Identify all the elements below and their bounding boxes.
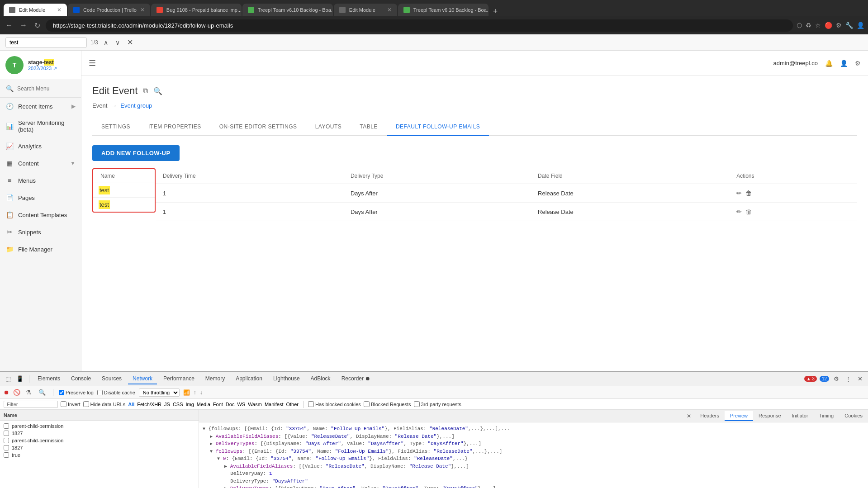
list-item[interactable]: parent-child-permission: [4, 422, 195, 430]
breadcrumb-event-group[interactable]: Event group: [120, 102, 152, 109]
search-page-icon[interactable]: 🔍: [153, 87, 162, 95]
tab-trello[interactable]: Code Production | Trello ✕: [68, 4, 150, 16]
third-party-checkbox[interactable]: 3rd-party requests: [414, 401, 461, 407]
devtools-tab-recorder[interactable]: Recorder ⏺: [337, 374, 375, 384]
tab-edit2[interactable]: Edit Module ✕: [334, 4, 397, 16]
find-input[interactable]: [5, 37, 87, 48]
json-line-4[interactable]: ▼ followUps: [{Email: {Id: "33754", Name…: [210, 448, 864, 455]
tab-close-trello[interactable]: ✕: [140, 7, 145, 13]
devtools-tab-console[interactable]: Console: [66, 374, 95, 384]
devtools-tab-adblock[interactable]: AdBlock: [306, 374, 335, 384]
extension-icon-2[interactable]: ♻: [806, 22, 811, 29]
find-close-button[interactable]: ✕: [127, 38, 133, 47]
disable-cache-checkbox[interactable]: Disable cache: [97, 390, 135, 395]
filter-icon[interactable]: ⚗: [24, 388, 33, 397]
sidebar-item-snippets[interactable]: ✂ Snippets: [0, 223, 81, 241]
filter-media[interactable]: Media: [197, 402, 210, 407]
sidebar-item-pages[interactable]: 📄 Pages: [0, 189, 81, 206]
sidebar-item-menus[interactable]: ≡ Menus: [0, 172, 81, 189]
tab-item-properties[interactable]: ITEM PROPERTIES: [139, 118, 210, 136]
tab-edit-module-active[interactable]: Edit Module ✕: [4, 4, 67, 16]
tab-onsite-editor[interactable]: ON-SITE EDITOR SETTINGS: [210, 118, 306, 136]
list-item[interactable]: true: [4, 451, 195, 459]
devtools-tab-lighthouse[interactable]: Lighthouse: [269, 374, 304, 384]
filter-wasm[interactable]: Wasm: [248, 402, 262, 407]
invert-checkbox[interactable]: Invert: [61, 401, 81, 407]
tab-table[interactable]: TABLE: [351, 118, 387, 136]
extension-icon-4[interactable]: ⚙: [836, 22, 842, 29]
devtools-right-tab-headers[interactable]: Headers: [695, 411, 725, 421]
reload-button[interactable]: ↻: [33, 19, 42, 32]
upload-icon[interactable]: ↑: [194, 389, 196, 396]
filter-all[interactable]: All: [128, 402, 134, 407]
filter-doc[interactable]: Doc: [226, 402, 235, 407]
delete-icon-2[interactable]: 🗑: [745, 208, 752, 215]
devtools-tab-memory[interactable]: Memory: [201, 374, 229, 384]
json-line-5[interactable]: ▼ 0: {Email: {Id: "33754", Name: "Follow…: [217, 455, 864, 463]
extension-icon-3[interactable]: 🔴: [825, 22, 832, 29]
devtools-tab-application[interactable]: Application: [231, 374, 267, 384]
tab-layouts[interactable]: LAYOUTS: [306, 118, 351, 136]
list-item-checkbox-1[interactable]: [4, 423, 9, 429]
forward-button[interactable]: →: [18, 19, 29, 31]
tab-close-edit2[interactable]: ✕: [387, 7, 392, 13]
throttle-select[interactable]: No throttling Slow 3G Fast 3G: [139, 389, 180, 397]
devtools-settings-icon[interactable]: ⚙: [832, 374, 841, 383]
tab-treepl2[interactable]: Treepl Team v6.10 Backlog - Boa... ✕: [398, 4, 489, 16]
json-line-1[interactable]: ▼ {followUps: [{Email: {Id: "33754", Nam…: [203, 425, 864, 433]
devtools-close-icon[interactable]: ✕: [856, 374, 864, 383]
devtools-tab-elements[interactable]: Elements: [33, 374, 65, 384]
search-network-icon[interactable]: 🔍: [37, 388, 47, 397]
json-line-6[interactable]: ▶ AvailableFieldAliases: [{Value: "Relea…: [224, 463, 864, 470]
sidebar-item-analytics[interactable]: 📈 Analytics: [0, 137, 81, 155]
star-icon[interactable]: ☆: [815, 22, 821, 29]
notifications-icon[interactable]: 🔔: [825, 60, 833, 67]
settings-header-icon[interactable]: ⚙: [855, 60, 861, 67]
extension-icon-1[interactable]: ⬡: [797, 22, 802, 29]
filter-other[interactable]: Other: [286, 402, 299, 407]
edit-icon-2[interactable]: ✏: [736, 208, 742, 215]
sidebar-item-content[interactable]: ▦ Content ▼: [0, 155, 81, 172]
devtools-inspect-icon[interactable]: ⬚: [4, 374, 13, 383]
filter-fetch-xhr[interactable]: Fetch/XHR: [137, 402, 161, 407]
list-item[interactable]: 1827: [4, 430, 195, 437]
filter-input[interactable]: [4, 401, 58, 408]
filter-manifest[interactable]: Manifest: [265, 402, 284, 407]
copy-icon[interactable]: ⧉: [143, 87, 148, 95]
wifi-icon[interactable]: 📶: [183, 389, 190, 396]
json-line-3[interactable]: ▶ DeliveryTypes: [{DisplayName: "Days Af…: [210, 440, 864, 448]
blocked-requests-checkbox[interactable]: Blocked Requests: [364, 401, 411, 407]
filter-js[interactable]: JS: [164, 402, 170, 407]
devtools-right-tab-timing[interactable]: Timing: [814, 411, 840, 421]
json-line-9[interactable]: ▶ DeliveryTypes: [{DisplayName: "Days Af…: [224, 485, 864, 488]
devtools-tab-network[interactable]: Network: [128, 374, 157, 384]
sidebar-item-content-templates[interactable]: 📋 Content Templates: [0, 206, 81, 223]
filter-font[interactable]: Font: [213, 402, 223, 407]
list-item-checkbox-4[interactable]: [4, 445, 9, 450]
list-item[interactable]: parent-child-permission: [4, 437, 195, 444]
sidebar-item-search-menu[interactable]: 🔍 Search Menu: [0, 80, 81, 98]
devtools-right-tab-preview[interactable]: Preview: [725, 411, 753, 421]
devtools-right-tab-initiator[interactable]: Initiator: [787, 411, 814, 421]
tab-default-followup[interactable]: DEFAULT FOLLOW-UP EMAILS: [387, 118, 489, 136]
devtools-tab-sources[interactable]: Sources: [97, 374, 126, 384]
filter-img[interactable]: Img: [186, 402, 194, 407]
profile-header-icon[interactable]: 👤: [840, 60, 848, 67]
sidebar-item-file-manager[interactable]: 📁 File Manager: [0, 241, 81, 258]
tab-gmail[interactable]: Bug 9108 - Prepaid balance imp... ✕: [151, 4, 242, 16]
tab-close-active[interactable]: ✕: [57, 7, 62, 13]
download-icon[interactable]: ↓: [200, 389, 203, 396]
back-button[interactable]: ←: [4, 19, 14, 31]
hamburger-button[interactable]: ☰: [89, 58, 96, 68]
sidebar-item-recent-items[interactable]: 🕐 Recent Items ▶: [0, 98, 81, 115]
list-item-checkbox-2[interactable]: [4, 431, 9, 436]
delete-icon-1[interactable]: 🗑: [745, 190, 752, 197]
preserve-log-checkbox[interactable]: Preserve log: [59, 390, 94, 395]
devtools-right-tab-cookies[interactable]: Cookies: [839, 411, 868, 421]
tab-treepl1[interactable]: Treepl Team v6.10 Backlog - Boa... ✕: [242, 4, 333, 16]
devtools-tab-performance[interactable]: Performance: [159, 374, 199, 384]
filter-css[interactable]: CSS: [173, 402, 183, 407]
record-button[interactable]: ⏺: [4, 389, 9, 396]
tab-settings[interactable]: SETTINGS: [92, 118, 139, 136]
find-next-button[interactable]: ∨: [114, 38, 122, 47]
